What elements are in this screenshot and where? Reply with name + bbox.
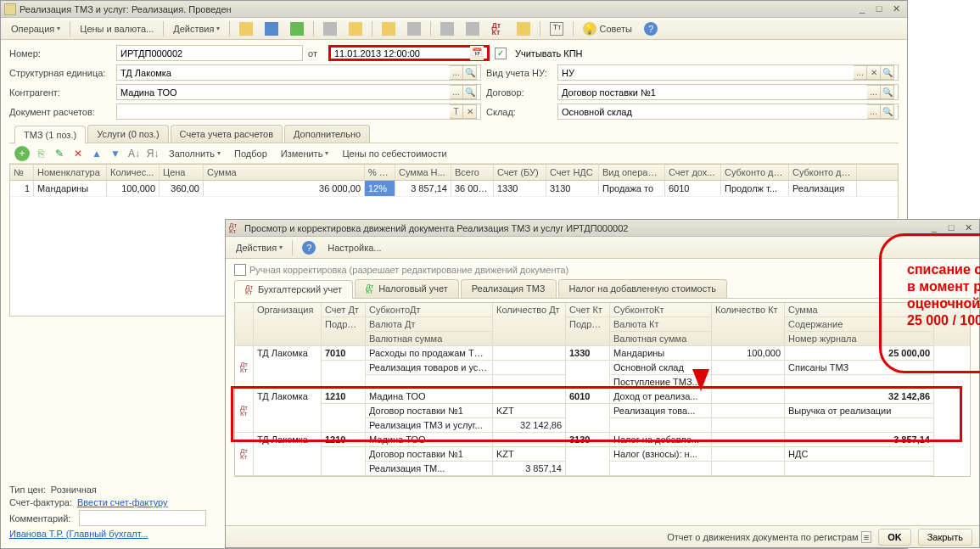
calendar-icon[interactable]: 📅 [470,46,484,60]
agh-kk[interactable]: Количество Кт [712,303,785,346]
gh-nds[interactable]: Счет НДС [546,165,599,180]
agh-pdk[interactable]: Подраздел... Кт [566,317,610,346]
gh-qty[interactable]: Количес... [107,165,160,180]
insert-row-icon[interactable]: ⎘ [33,146,48,161]
acct-row[interactable]: ДтКт ТД Лакомка 7010 Расходы по продажам… [235,346,970,389]
agh-cont[interactable]: Содержание [785,317,934,332]
agh-nj[interactable]: Номер журнала [785,332,934,346]
close-button[interactable]: ✕ [888,3,904,15]
gh-sub2[interactable]: Субконто до... [789,165,857,180]
tb-icon-5[interactable] [344,20,367,38]
delete-row-icon[interactable]: ✕ [70,146,86,161]
change-button[interactable]: Изменить▾ [276,146,334,161]
user-link[interactable]: Иванова Т.Р. (Главный бухгалт... [9,529,148,539]
agh-valsd[interactable]: Валютная сумма [366,332,493,346]
vid-input[interactable]: НУ...✕🔍 [557,64,899,81]
sub-help-button[interactable]: ? [297,238,321,257]
grid-row[interactable]: 1 Мандарины 100,000 360,00 36 000,00 12%… [10,181,898,197]
tab-accounting[interactable]: ДтКтБухгалтерский учет [234,280,353,299]
manual-edit-checkbox[interactable] [234,264,246,276]
move-down-icon[interactable]: ▼ [108,146,123,161]
acct-row[interactable]: ДтКт ТД Лакомка 1210 Мадина ТООДоговор п… [235,433,970,476]
pick-button[interactable]: Подбор [229,146,272,161]
sub-maximize-button[interactable]: □ [944,222,959,234]
sklad-lookup-icon[interactable]: 🔍 [881,104,894,119]
gh-sub1[interactable]: Субконто до... [721,165,789,180]
sub-close-button[interactable]: ✕ [960,222,976,234]
vid-clear-button[interactable]: ✕ [867,65,881,80]
operation-menu[interactable]: Операция▾ [6,21,65,36]
kpn-checkbox[interactable]: ✓ [495,48,507,59]
contr-input[interactable]: Мадина ТОО...🔍 [116,84,481,100]
gh-total[interactable]: Всего [451,165,494,180]
agh-sk[interactable]: Счет Кт [566,303,610,317]
tb-icon-2[interactable] [260,20,283,38]
sf-link[interactable]: Ввести счет-фактуру [77,497,168,507]
sort-desc-icon[interactable]: Я↓ [145,146,160,161]
add-row-icon[interactable]: + [14,146,30,161]
tips-button[interactable]: 💡Советы [578,20,636,38]
gh-oper[interactable]: Вид операции [599,165,665,180]
tab-accounts[interactable]: Счета учета расчетов [171,125,283,143]
tb-icon-8[interactable] [435,20,459,38]
sub-minimize-button[interactable]: _ [927,222,942,234]
sklad-input[interactable]: Основной склад...🔍 [557,104,899,120]
gh-acct[interactable]: Счет (БУ) [494,165,546,180]
agh-sum[interactable]: Сумма [785,303,934,317]
tb-icon-12[interactable]: Tт [545,20,568,38]
agh-kd[interactable]: Количество Дт [493,303,566,346]
agh-valsk[interactable]: Валютная сумма [610,332,712,346]
dokrash-t-button[interactable]: T [450,104,463,119]
agh-pdd[interactable]: Подраздел... Дт [322,317,366,346]
agh-sbk[interactable]: СубконтоКт [610,303,712,317]
dokrash-input[interactable]: T✕ [116,104,481,120]
contr-select-button[interactable]: ... [450,85,463,99]
accounting-grid[interactable]: Организация Счет Дт Подраздел... Дт Субк… [234,302,971,477]
costprices-button[interactable]: Цены по себестоимости [337,146,451,161]
dogovor-select-button[interactable]: ... [867,85,881,99]
comment-input[interactable] [79,510,206,526]
agh-org[interactable]: Организация [254,303,322,346]
agh-sbd[interactable]: СубконтоДт [366,303,493,317]
dogovor-lookup-icon[interactable]: 🔍 [881,85,894,99]
agh-valk[interactable]: Валюта Кт [610,317,712,332]
date-input[interactable]: 11.01.2013 12:00:00📅 [328,45,490,61]
dokrash-clear-button[interactable]: ✕ [463,104,477,119]
gh-num[interactable]: № [10,165,34,180]
gh-npct[interactable]: % Н... [365,165,395,180]
number-input[interactable]: ИРТДП000002 [116,45,303,61]
fill-button[interactable]: Заполнить▾ [164,146,226,161]
contr-lookup-icon[interactable]: 🔍 [463,85,477,99]
gh-nomen[interactable]: Номенклатура [34,165,107,180]
gh-sum[interactable]: Сумма [204,165,365,180]
ok-button[interactable]: OK [878,529,911,546]
minimize-button[interactable]: _ [854,3,870,15]
close-sub-button[interactable]: Закрыть [918,529,972,546]
tab-services[interactable]: Услуги (0 поз.) [87,125,168,143]
tb-icon-3[interactable] [285,20,309,38]
tab-tax[interactable]: ДтКтНалоговый учет [355,279,459,298]
edit-row-icon[interactable]: ✎ [52,146,67,161]
sklad-select-button[interactable]: ... [867,104,881,119]
tb-icon-11[interactable] [512,20,535,38]
tb-icon-1[interactable] [234,20,258,38]
gh-price[interactable]: Цена [160,165,204,180]
maximize-button[interactable]: □ [871,3,887,15]
tb-icon-6[interactable] [377,20,400,38]
vid-select-button[interactable]: ... [854,65,867,80]
tb-icon-10[interactable]: ДтКт [486,20,510,38]
sort-asc-icon[interactable]: A↓ [126,146,142,161]
tb-icon-7[interactable] [402,20,426,38]
tb-icon-4[interactable] [318,20,342,38]
report-link[interactable]: Отчет о движениях документа по регистрам… [667,532,871,542]
move-up-icon[interactable]: ▲ [89,146,104,161]
actions-menu[interactable]: Действия▾ [168,21,225,36]
struct-select-button[interactable]: ... [450,65,463,80]
tab-real[interactable]: Реализация ТМЗ [461,279,557,298]
struct-lookup-icon[interactable]: 🔍 [463,65,477,80]
acct-row[interactable]: ДтКт ТД Лакомка 1210 Мадина ТООДоговор п… [235,389,970,433]
tab-tmz[interactable]: ТМЗ (1 поз.) [14,126,86,143]
tab-vat[interactable]: Налог на добавленную стоимость [558,279,727,298]
gh-inc[interactable]: Счет дох... [665,165,721,180]
agh-vald[interactable]: Валюта Дт [366,317,493,332]
